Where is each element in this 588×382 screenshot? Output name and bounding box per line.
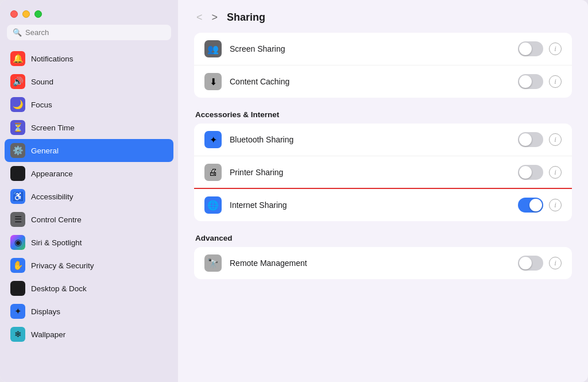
sidebar-item-controlcentre[interactable]: ☰Control Centre: [5, 208, 173, 231]
sidebar-item-focus[interactable]: 🌙Focus: [5, 93, 173, 116]
bluetooth-sharing-label: Bluetooth Sharing: [230, 135, 510, 144]
remote-management-label: Remote Management: [230, 258, 510, 268]
traffic-lights: [0, 0, 178, 25]
sidebar-item-general[interactable]: ⚙️General: [5, 139, 173, 162]
sidebar-item-privacy[interactable]: ✋Privacy & Security: [5, 254, 173, 277]
notifications-icon: 🔔: [10, 51, 25, 66]
siri-icon: ◉: [10, 235, 25, 250]
displays-icon: ✦: [10, 304, 25, 319]
screen-sharing-toggle[interactable]: [518, 41, 543, 56]
internet-sharing-label: Internet Sharing: [230, 200, 510, 210]
screen-sharing-label: Screen Sharing: [230, 44, 510, 53]
screentime-label: Screen Time: [31, 124, 75, 132]
notifications-label: Notifications: [31, 55, 74, 63]
content-caching-icon: ⬇: [204, 73, 222, 90]
general-icon: ⚙️: [10, 143, 25, 158]
row-remote-management: 🔭Remote Managementi: [194, 247, 572, 279]
content-caching-toggle-thumb: [519, 75, 532, 88]
remote-management-actions: i: [518, 256, 562, 271]
printer-sharing-toggle[interactable]: [518, 165, 543, 180]
appearance-label: Appearance: [31, 169, 73, 178]
focus-label: Focus: [31, 101, 52, 109]
content-caching-actions: i: [518, 74, 562, 89]
bluetooth-sharing-icon: ✦: [204, 131, 222, 148]
desktop-label: Desktop & Dock: [31, 284, 87, 293]
screen-sharing-actions: i: [518, 41, 562, 56]
sidebar-item-wallpaper[interactable]: ❄Wallpaper: [5, 323, 173, 346]
row-screen-sharing: 👥Screen Sharingi: [194, 33, 572, 65]
internet-sharing-info-button[interactable]: i: [549, 199, 562, 211]
content-caching-toggle[interactable]: [518, 74, 543, 89]
back-button[interactable]: <: [194, 10, 205, 25]
controlcentre-icon: ☰: [10, 212, 25, 227]
internet-sharing-icon: 🌐: [204, 196, 222, 214]
accessibility-icon: ♿: [10, 189, 25, 204]
remote-management-info-button[interactable]: i: [549, 257, 562, 269]
bluetooth-sharing-toggle-thumb: [519, 133, 532, 146]
printer-sharing-info-button[interactable]: i: [549, 166, 562, 179]
page-title: Sharing: [227, 11, 265, 24]
sidebar-item-sound[interactable]: 🔊Sound: [5, 70, 173, 93]
sidebar-item-desktop[interactable]: ▦Desktop & Dock: [5, 277, 173, 300]
search-bar[interactable]: 🔍: [7, 25, 171, 40]
sound-icon: 🔊: [10, 74, 25, 89]
content-area: 👥Screen Sharingi⬇Content CachingiAccesso…: [178, 33, 588, 382]
search-input[interactable]: [25, 28, 165, 37]
close-button[interactable]: [10, 10, 18, 18]
controlcentre-label: Control Centre: [31, 215, 82, 224]
desktop-icon: ▦: [10, 281, 25, 296]
sidebar-item-accessibility[interactable]: ♿Accessibility: [5, 185, 173, 208]
search-icon: 🔍: [13, 28, 22, 37]
maximize-button[interactable]: [34, 10, 42, 18]
privacy-icon: ✋: [10, 258, 25, 273]
general-label: General: [31, 146, 59, 155]
internet-sharing-toggle-thumb: [529, 199, 542, 211]
sidebar-item-notifications[interactable]: 🔔Notifications: [5, 47, 173, 70]
row-internet-sharing: 🌐Internet Sharingi: [194, 189, 572, 221]
privacy-label: Privacy & Security: [31, 261, 94, 270]
bluetooth-sharing-toggle[interactable]: [518, 132, 543, 147]
siri-label: Siri & Spotlight: [31, 238, 82, 247]
wallpaper-icon: ❄: [10, 327, 25, 342]
settings-card-accessories-internet: ✦Bluetooth Sharingi🖨Printer Sharingi🌐Int…: [194, 124, 572, 221]
appearance-icon: ◑: [10, 166, 25, 181]
row-content-caching: ⬇Content Cachingi: [194, 65, 572, 98]
sidebar-list: 🔔Notifications🔊Sound🌙Focus⏳Screen Time⚙️…: [0, 46, 178, 382]
remote-management-icon: 🔭: [204, 254, 222, 272]
printer-sharing-icon: 🖨: [204, 164, 222, 181]
sidebar: 🔍 🔔Notifications🔊Sound🌙Focus⏳Screen Time…: [0, 0, 178, 382]
sidebar-item-appearance[interactable]: ◑Appearance: [5, 162, 173, 185]
screen-sharing-info-button[interactable]: i: [549, 43, 562, 55]
sidebar-item-screentime[interactable]: ⏳Screen Time: [5, 116, 173, 139]
topbar: < > Sharing: [178, 0, 588, 33]
focus-icon: 🌙: [10, 97, 25, 112]
accessibility-label: Accessibility: [31, 192, 74, 201]
bluetooth-sharing-actions: i: [518, 132, 562, 147]
main-content: < > Sharing 👥Screen Sharingi⬇Content Cac…: [178, 0, 588, 382]
wallpaper-label: Wallpaper: [31, 330, 65, 339]
remote-management-toggle-thumb: [519, 257, 532, 269]
sidebar-item-displays[interactable]: ✦Displays: [5, 300, 173, 323]
bluetooth-sharing-info-button[interactable]: i: [549, 133, 562, 146]
printer-sharing-label: Printer Sharing: [230, 168, 510, 177]
section-header-accessories-internet: Accessories & Internet: [195, 110, 572, 119]
sound-label: Sound: [31, 78, 53, 86]
displays-label: Displays: [31, 307, 60, 316]
screentime-icon: ⏳: [10, 120, 25, 135]
settings-card-top-section: 👥Screen Sharingi⬇Content Cachingi: [194, 33, 572, 98]
content-caching-info-button[interactable]: i: [549, 75, 562, 88]
settings-card-advanced: 🔭Remote Managementi: [194, 247, 572, 279]
internet-sharing-toggle[interactable]: [518, 198, 543, 213]
forward-button[interactable]: >: [210, 10, 220, 25]
section-header-advanced: Advanced: [195, 234, 572, 242]
internet-sharing-actions: i: [518, 198, 562, 213]
printer-sharing-actions: i: [518, 165, 562, 180]
remote-management-toggle[interactable]: [518, 256, 543, 271]
screen-sharing-icon: 👥: [204, 40, 222, 57]
row-bluetooth-sharing: ✦Bluetooth Sharingi: [194, 124, 572, 156]
row-printer-sharing: 🖨Printer Sharingi: [194, 156, 572, 189]
content-caching-label: Content Caching: [230, 77, 510, 86]
sidebar-item-siri[interactable]: ◉Siri & Spotlight: [5, 231, 173, 254]
printer-sharing-toggle-thumb: [519, 166, 532, 179]
minimize-button[interactable]: [22, 10, 30, 18]
